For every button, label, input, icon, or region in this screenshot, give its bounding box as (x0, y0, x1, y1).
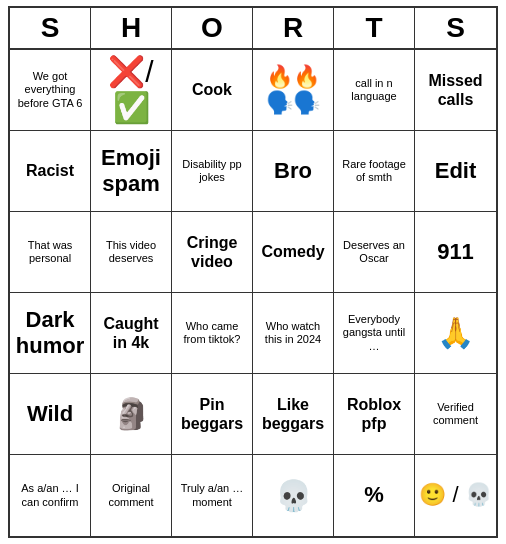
header-row: SHORTS (10, 8, 496, 50)
bingo-cell-32: Truly a/an … moment (172, 455, 253, 536)
bingo-cell-14: Cringe video (172, 212, 253, 293)
bingo-cell-20: Who came from tiktok? (172, 293, 253, 374)
bingo-cell-17: 911 (415, 212, 496, 293)
bingo-cell-16: Deserves an Oscar (334, 212, 415, 293)
bingo-cell-7: Emoji spam (91, 131, 172, 212)
bingo-cell-0: We got everything before GTA 6 (10, 50, 91, 131)
bingo-cell-15: Comedy (253, 212, 334, 293)
bingo-cell-18: Dark humor (10, 293, 91, 374)
bingo-cell-19: Caught in 4k (91, 293, 172, 374)
bingo-cell-12: That was personal (10, 212, 91, 293)
bingo-cell-21: Who watch this in 2024 (253, 293, 334, 374)
bingo-cell-33: 💀 (253, 455, 334, 536)
header-letter-t: T (334, 8, 415, 48)
bingo-cell-26: Pin beggars (172, 374, 253, 455)
bingo-cell-22: Everybody gangsta until … (334, 293, 415, 374)
bingo-cell-9: Bro (253, 131, 334, 212)
bingo-grid: We got everything before GTA 6❌/✅Cook🔥🔥 … (10, 50, 496, 536)
bingo-cell-35: 🙂 / 💀 (415, 455, 496, 536)
bingo-cell-13: This video deserves (91, 212, 172, 293)
bingo-cell-24: Wild (10, 374, 91, 455)
bingo-cell-28: Roblox pfp (334, 374, 415, 455)
bingo-cell-29: Verified comment (415, 374, 496, 455)
header-letter-s: S (10, 8, 91, 48)
bingo-cell-3: 🔥🔥 🗣️🗣️ (253, 50, 334, 131)
header-letter-s: S (415, 8, 496, 48)
bingo-cell-30: As a/an … I can confirm (10, 455, 91, 536)
bingo-cell-27: Like beggars (253, 374, 334, 455)
bingo-cell-4: call in n language (334, 50, 415, 131)
bingo-cell-34: % (334, 455, 415, 536)
bingo-cell-8: Disability pp jokes (172, 131, 253, 212)
header-letter-r: R (253, 8, 334, 48)
bingo-cell-31: Original comment (91, 455, 172, 536)
bingo-cell-11: Edit (415, 131, 496, 212)
bingo-cell-25: 🗿 (91, 374, 172, 455)
bingo-cell-5: Missed calls (415, 50, 496, 131)
header-letter-h: H (91, 8, 172, 48)
bingo-cell-10: Rare footage of smth (334, 131, 415, 212)
bingo-cell-6: Racist (10, 131, 91, 212)
header-letter-o: O (172, 8, 253, 48)
bingo-card: SHORTS We got everything before GTA 6❌/✅… (8, 6, 498, 538)
bingo-cell-1: ❌/✅ (91, 50, 172, 131)
bingo-cell-2: Cook (172, 50, 253, 131)
bingo-cell-23: 🙏 (415, 293, 496, 374)
